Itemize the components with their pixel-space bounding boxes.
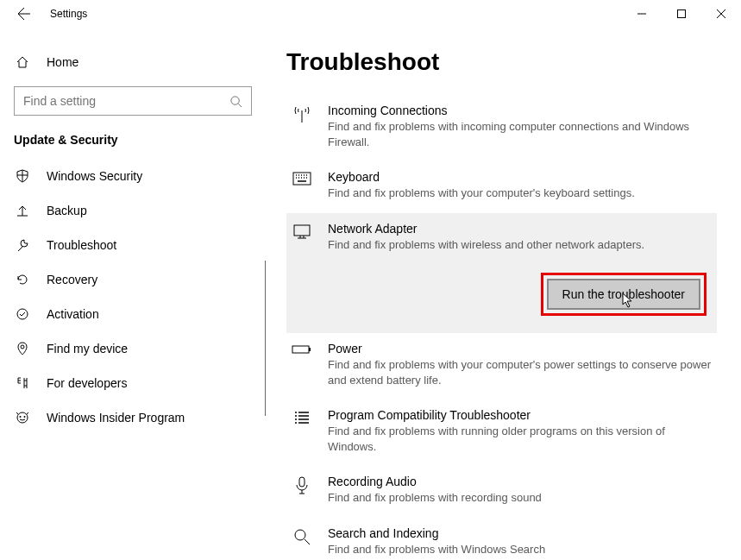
sidebar-item-recovery[interactable]: Recovery (7, 262, 259, 297)
list-icon (292, 408, 312, 454)
svg-point-1 (231, 96, 239, 104)
backup-icon (14, 204, 31, 217)
sidebar-item-windows-insider[interactable]: Windows Insider Program (7, 400, 259, 435)
back-button[interactable] (14, 3, 35, 24)
sidebar-item-troubleshoot[interactable]: Troubleshoot (7, 228, 259, 262)
window-controls (622, 0, 741, 28)
sidebar-item-label: For developers (47, 376, 127, 390)
sidebar-item-label: Troubleshoot (47, 238, 116, 252)
troubleshooter-keyboard[interactable]: Keyboard Find and fix problems with your… (286, 161, 717, 213)
developers-icon (14, 376, 31, 390)
svg-point-3 (21, 345, 24, 349)
troubleshooter-desc: Find and fix problems with running older… (328, 424, 712, 454)
keyboard-icon (292, 170, 312, 201)
sidebar-item-label: Windows Insider Program (47, 411, 185, 425)
sidebar-item-find-my-device[interactable]: Find my device (7, 331, 259, 366)
run-button-label: Run the troubleshooter (562, 287, 685, 301)
home-icon (14, 55, 31, 69)
sidebar: Home Update & Security Windows Security … (0, 28, 266, 560)
minimize-button[interactable] (622, 0, 662, 28)
svg-rect-8 (294, 225, 310, 236)
search-icon (229, 95, 242, 108)
svg-rect-7 (293, 173, 311, 185)
svg-point-5 (20, 416, 22, 418)
troubleshooter-power[interactable]: Power Find and fix problems with your co… (286, 333, 717, 400)
troubleshooter-name: Keyboard (328, 170, 712, 184)
troubleshooter-desc: Find and fix problems with incoming comp… (328, 119, 712, 149)
svg-rect-11 (299, 477, 305, 487)
sidebar-item-label: Activation (47, 307, 99, 321)
sidebar-item-label: Backup (47, 204, 87, 217)
maximize-button[interactable] (662, 0, 701, 28)
troubleshooter-search-indexing[interactable]: Search and Indexing Find and fix problem… (286, 518, 717, 560)
troubleshooter-network-adapter[interactable]: Network Adapter Find and fix problems wi… (286, 213, 717, 334)
run-troubleshooter-button[interactable]: Run the troubleshooter (547, 279, 700, 310)
titlebar: Settings (0, 0, 741, 28)
window-title: Settings (50, 8, 87, 20)
sidebar-item-activation[interactable]: Activation (7, 297, 259, 331)
troubleshooter-name: Recording Audio (328, 475, 712, 488)
arrow-left-icon (17, 7, 31, 21)
svg-rect-9 (292, 346, 309, 353)
monitor-icon (292, 222, 312, 317)
svg-point-4 (17, 412, 28, 423)
battery-icon (292, 342, 312, 387)
search-input[interactable] (23, 94, 229, 108)
troubleshooter-desc: Find and fix problems with your computer… (328, 357, 712, 387)
location-icon (14, 342, 31, 356)
troubleshooter-list: Incoming Connections Find and fix proble… (286, 95, 717, 560)
troubleshooter-desc: Find and fix problems with your computer… (328, 186, 712, 201)
troubleshooter-name: Incoming Connections (328, 104, 712, 117)
svg-point-12 (295, 530, 305, 540)
svg-rect-0 (678, 10, 686, 18)
sidebar-home-label: Home (47, 55, 78, 69)
close-icon (717, 9, 725, 18)
search-input-container[interactable] (14, 86, 252, 116)
sidebar-home[interactable]: Home (7, 48, 259, 76)
insider-icon (14, 411, 31, 425)
search-icon (292, 526, 312, 557)
content: Troubleshoot Incoming Connections Find a… (266, 28, 741, 560)
troubleshooter-program-compat[interactable]: Program Compatibility Troubleshooter Fin… (286, 400, 717, 466)
antenna-icon (292, 104, 312, 149)
close-button[interactable] (701, 0, 741, 28)
recovery-icon (14, 273, 31, 286)
highlight-frame: Run the troubleshooter (541, 273, 706, 316)
minimize-icon (637, 9, 646, 18)
troubleshooter-desc: Find and fix problems with wireless and … (328, 237, 712, 253)
troubleshooter-incoming-connections[interactable]: Incoming Connections Find and fix proble… (286, 95, 717, 161)
sidebar-item-backup[interactable]: Backup (7, 193, 259, 228)
svg-point-2 (17, 309, 28, 319)
page-title: Troubleshoot (286, 48, 717, 76)
sidebar-item-windows-security[interactable]: Windows Security (7, 159, 259, 193)
sidebar-item-label: Windows Security (47, 169, 142, 183)
svg-point-6 (24, 416, 26, 418)
sidebar-item-label: Find my device (47, 342, 128, 356)
wrench-icon (14, 238, 31, 252)
microphone-icon (292, 475, 312, 506)
check-circle-icon (14, 307, 31, 321)
sidebar-section-header: Update & Security (7, 133, 259, 159)
sidebar-item-for-developers[interactable]: For developers (7, 366, 259, 400)
sidebar-item-label: Recovery (47, 273, 97, 286)
troubleshooter-name: Program Compatibility Troubleshooter (328, 408, 712, 422)
maximize-icon (677, 9, 686, 18)
svg-rect-10 (309, 348, 311, 351)
shield-icon (14, 169, 31, 183)
troubleshooter-desc: Find and fix problems with recording sou… (328, 490, 712, 506)
troubleshooter-name: Network Adapter (328, 222, 712, 236)
troubleshooter-recording-audio[interactable]: Recording Audio Find and fix problems wi… (286, 466, 717, 518)
troubleshooter-desc: Find and fix problems with Windows Searc… (328, 542, 712, 557)
troubleshooter-name: Search and Indexing (328, 526, 712, 540)
troubleshooter-name: Power (328, 342, 712, 356)
